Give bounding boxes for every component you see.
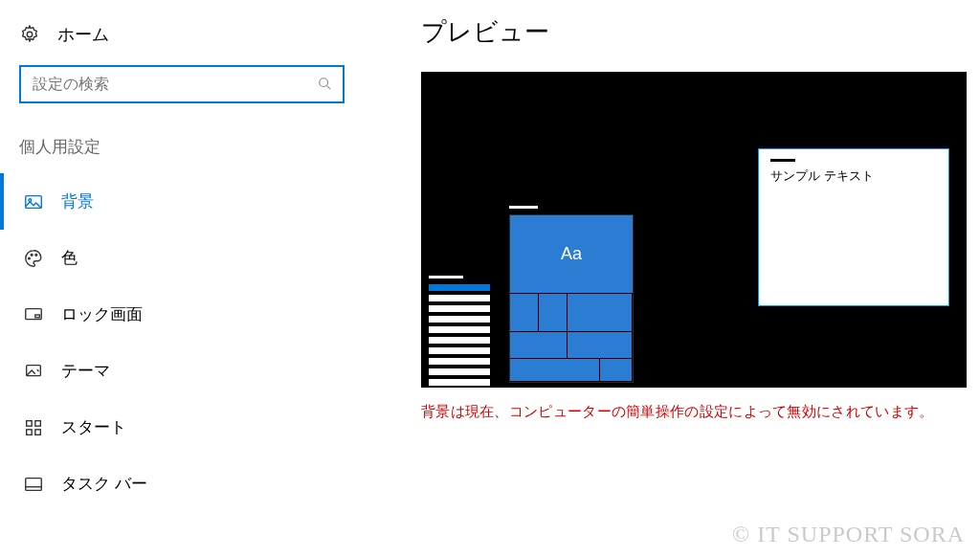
sidebar-item-lockscreen[interactable]: ロック画面 bbox=[0, 286, 364, 343]
grid-icon bbox=[23, 417, 44, 438]
svg-rect-12 bbox=[35, 420, 41, 426]
palette-icon bbox=[23, 248, 44, 269]
sidebar-item-label: ロック画面 bbox=[61, 303, 143, 325]
preview-tile-label: Aa bbox=[510, 215, 633, 294]
svg-line-2 bbox=[327, 85, 331, 89]
search-input[interactable] bbox=[33, 76, 301, 93]
svg-point-0 bbox=[27, 32, 33, 37]
preview-taskbar bbox=[429, 276, 490, 388]
svg-rect-13 bbox=[27, 429, 33, 434]
image-icon bbox=[23, 191, 44, 212]
sidebar-item-label: スタート bbox=[61, 416, 126, 438]
taskbar-icon bbox=[23, 474, 44, 495]
sidebar-item-label: テーマ bbox=[61, 360, 110, 382]
page-title: プレビュー bbox=[421, 15, 970, 49]
search-input-container[interactable] bbox=[19, 65, 345, 103]
monitor-icon bbox=[23, 304, 44, 325]
svg-point-1 bbox=[320, 78, 328, 86]
svg-rect-9 bbox=[35, 315, 40, 318]
gear-icon bbox=[19, 24, 40, 45]
preview-area: Aa サンプル テキスト bbox=[421, 72, 967, 388]
warning-text: 背景は現在、コンピューターの簡単操作の設定によって無効にされています。 bbox=[421, 403, 970, 421]
preview-start-menu: Aa bbox=[509, 206, 634, 383]
watermark: © IT SUPPORT SORA bbox=[732, 522, 965, 547]
paint-icon bbox=[23, 361, 44, 382]
svg-rect-14 bbox=[35, 429, 41, 434]
sidebar-item-theme[interactable]: テーマ bbox=[0, 343, 364, 399]
sidebar-item-label: 背景 bbox=[61, 190, 94, 212]
home-button[interactable]: ホーム bbox=[0, 11, 364, 65]
svg-rect-15 bbox=[26, 478, 42, 490]
sidebar-item-background[interactable]: 背景 bbox=[0, 173, 364, 230]
sidebar-item-label: 色 bbox=[61, 247, 78, 269]
section-header: 個人用設定 bbox=[0, 132, 364, 173]
sidebar-item-label: タスク バー bbox=[61, 473, 147, 495]
sample-text: サンプル テキスト bbox=[770, 168, 874, 183]
preview-sample-window: サンプル テキスト bbox=[758, 148, 949, 306]
svg-rect-11 bbox=[27, 420, 33, 426]
svg-point-7 bbox=[35, 254, 37, 256]
search-icon bbox=[318, 77, 331, 93]
svg-point-5 bbox=[29, 257, 31, 259]
home-label: ホーム bbox=[57, 23, 109, 46]
svg-point-6 bbox=[31, 254, 33, 256]
sidebar-item-color[interactable]: 色 bbox=[0, 230, 364, 286]
sidebar-item-taskbar[interactable]: タスク バー bbox=[0, 456, 364, 512]
sidebar-item-start[interactable]: スタート bbox=[0, 399, 364, 456]
